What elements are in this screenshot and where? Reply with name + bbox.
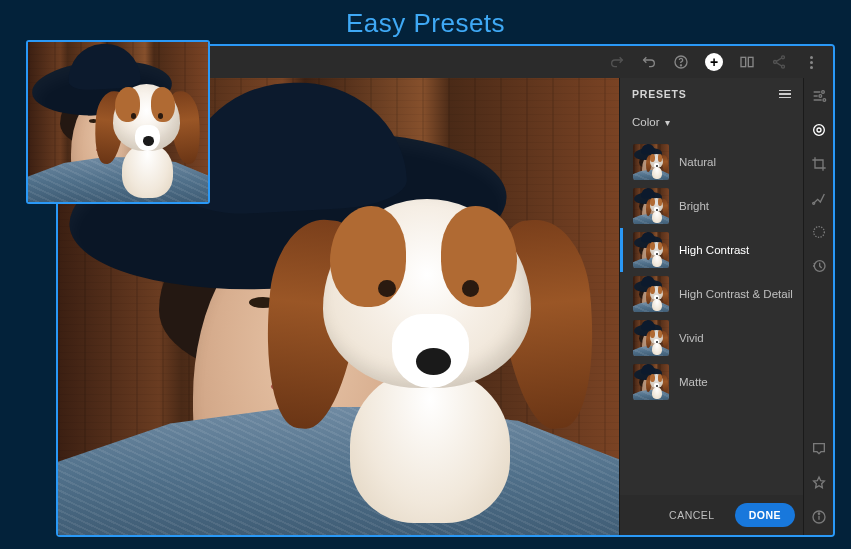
preset-label: High Contrast & Detail: [679, 288, 793, 300]
done-button[interactable]: DONE: [735, 503, 795, 527]
svg-point-10: [813, 125, 824, 136]
preset-thumb: [633, 188, 669, 224]
radial-icon[interactable]: [811, 224, 827, 240]
preset-thumb: [633, 276, 669, 312]
preset-item[interactable]: High Contrast & Detail: [620, 272, 803, 316]
preset-item[interactable]: Bright: [620, 184, 803, 228]
preset-label: High Contrast: [679, 244, 749, 256]
star-icon[interactable]: [811, 475, 827, 491]
preset-item[interactable]: High Contrast: [620, 228, 803, 272]
presets-panel: PRESETS Color ▾ NaturalBrightHigh Contra…: [619, 78, 803, 535]
comment-icon[interactable]: [811, 441, 827, 457]
preset-item[interactable]: Natural: [620, 140, 803, 184]
svg-point-11: [817, 128, 821, 132]
svg-point-9: [823, 99, 826, 102]
preset-category-dropdown[interactable]: Color ▾: [620, 110, 803, 138]
svg-point-8: [819, 95, 822, 98]
preset-label: Bright: [679, 200, 709, 212]
tool-strip: [803, 78, 833, 535]
photo-illustration: [28, 42, 208, 202]
svg-rect-2: [741, 57, 746, 66]
panel-heading: PRESETS: [632, 88, 687, 100]
preset-label: Matte: [679, 376, 708, 388]
preset-item[interactable]: Matte: [620, 360, 803, 404]
preset-thumb: [633, 232, 669, 268]
healing-icon[interactable]: [811, 190, 827, 206]
cancel-button[interactable]: CANCEL: [655, 503, 729, 527]
svg-point-13: [813, 227, 824, 238]
svg-point-5: [774, 61, 777, 64]
preset-list: NaturalBrightHigh ContrastHigh Contrast …: [620, 138, 803, 495]
preset-label: Natural: [679, 156, 716, 168]
undo-icon[interactable]: [641, 54, 657, 70]
preset-thumb: [633, 320, 669, 356]
presets-icon[interactable]: [811, 122, 827, 138]
help-icon[interactable]: [673, 54, 689, 70]
preset-thumb: [633, 364, 669, 400]
svg-point-4: [782, 56, 785, 59]
svg-point-6: [782, 65, 785, 68]
svg-point-16: [818, 513, 819, 514]
redo-icon[interactable]: [609, 54, 625, 70]
chevron-down-icon: ▾: [665, 117, 670, 128]
svg-point-1: [680, 65, 681, 66]
panel-footer: CANCEL DONE: [620, 495, 803, 535]
page-title: Easy Presets: [0, 0, 851, 39]
preset-label: Vivid: [679, 332, 704, 344]
preset-thumb: [633, 144, 669, 180]
category-label: Color: [632, 116, 659, 128]
add-photo-button[interactable]: +: [705, 53, 723, 71]
preset-item[interactable]: Vivid: [620, 316, 803, 360]
original-thumbnail[interactable]: [26, 40, 210, 204]
svg-point-7: [821, 91, 824, 94]
more-menu-icon[interactable]: [803, 54, 819, 70]
crop-icon[interactable]: [811, 156, 827, 172]
panel-menu-icon[interactable]: [779, 90, 791, 99]
info-icon[interactable]: [811, 509, 827, 525]
compare-icon[interactable]: [739, 54, 755, 70]
svg-rect-3: [748, 57, 753, 66]
sliders-icon[interactable]: [811, 88, 827, 104]
history-icon[interactable]: [811, 258, 827, 274]
share-icon[interactable]: [771, 54, 787, 70]
